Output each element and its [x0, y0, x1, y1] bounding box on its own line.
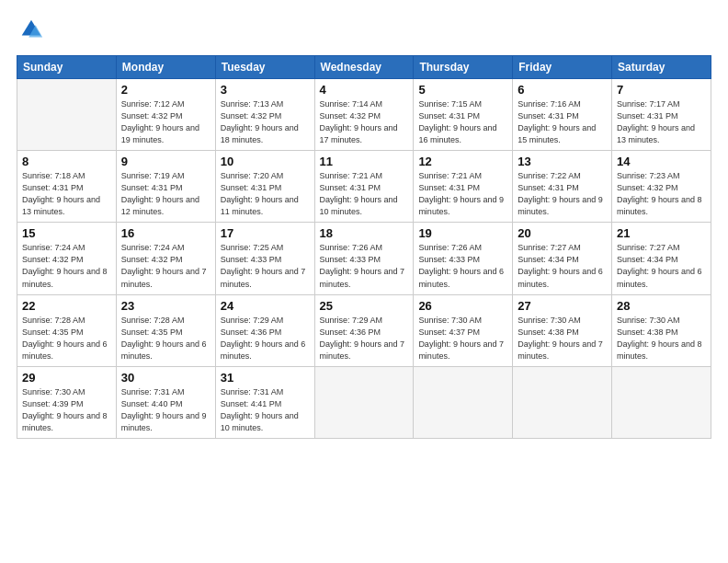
calendar-cell: 28 Sunrise: 7:30 AMSunset: 4:38 PMDaylig…	[612, 294, 711, 366]
calendar-cell: 12 Sunrise: 7:21 AMSunset: 4:31 PMDaylig…	[414, 151, 513, 223]
day-number: 28	[617, 299, 706, 313]
calendar-cell: 24 Sunrise: 7:29 AMSunset: 4:36 PMDaylig…	[215, 294, 314, 366]
day-number: 10	[221, 155, 310, 168]
day-info: Sunrise: 7:29 AMSunset: 4:36 PMDaylight:…	[221, 315, 310, 362]
weekday-header-row: SundayMondayTuesdayWednesdayThursdayFrid…	[17, 56, 711, 79]
day-info: Sunrise: 7:20 AMSunset: 4:31 PMDaylight:…	[221, 170, 310, 218]
weekday-header-friday: Friday	[513, 56, 612, 79]
calendar-cell: 23 Sunrise: 7:28 AMSunset: 4:35 PMDaylig…	[116, 294, 215, 366]
calendar-cell: 27 Sunrise: 7:30 AMSunset: 4:38 PMDaylig…	[513, 294, 612, 366]
day-number: 6	[518, 83, 607, 97]
day-info: Sunrise: 7:30 AMSunset: 4:38 PMDaylight:…	[518, 315, 607, 362]
day-number: 5	[418, 83, 507, 97]
day-info: Sunrise: 7:28 AMSunset: 4:35 PMDaylight:…	[22, 315, 111, 362]
day-info: Sunrise: 7:13 AMSunset: 4:32 PMDaylight:…	[221, 98, 310, 146]
day-number: 24	[221, 299, 310, 313]
calendar-cell: 4 Sunrise: 7:14 AMSunset: 4:32 PMDayligh…	[314, 79, 414, 151]
day-number: 19	[418, 226, 507, 240]
calendar-cell: 3 Sunrise: 7:13 AMSunset: 4:32 PMDayligh…	[215, 79, 314, 151]
day-info: Sunrise: 7:21 AMSunset: 4:31 PMDaylight:…	[418, 170, 507, 218]
weekday-header-thursday: Thursday	[414, 56, 513, 79]
calendar-cell-empty	[612, 366, 711, 438]
day-info: Sunrise: 7:30 AMSunset: 4:37 PMDaylight:…	[418, 315, 507, 362]
calendar-cell: 15 Sunrise: 7:24 AMSunset: 4:32 PMDaylig…	[17, 223, 117, 294]
day-number: 26	[418, 299, 507, 313]
day-number: 15	[22, 226, 111, 240]
calendar-cell: 29 Sunrise: 7:30 AMSunset: 4:39 PMDaylig…	[17, 366, 117, 438]
day-info: Sunrise: 7:24 AMSunset: 4:32 PMDaylight:…	[22, 242, 111, 290]
day-info: Sunrise: 7:23 AMSunset: 4:32 PMDaylight:…	[617, 170, 706, 218]
day-info: Sunrise: 7:12 AMSunset: 4:32 PMDaylight:…	[121, 98, 210, 146]
calendar-cell: 17 Sunrise: 7:25 AMSunset: 4:33 PMDaylig…	[215, 223, 314, 294]
day-number: 8	[22, 155, 111, 168]
weekday-header-saturday: Saturday	[612, 56, 711, 79]
day-number: 30	[121, 371, 210, 385]
calendar-cell: 5 Sunrise: 7:15 AMSunset: 4:31 PMDayligh…	[414, 79, 513, 151]
day-number: 7	[617, 83, 706, 97]
calendar-cell-empty	[17, 79, 117, 151]
calendar-cell-empty	[314, 366, 414, 438]
calendar-cell-empty	[414, 366, 513, 438]
calendar-cell: 18 Sunrise: 7:26 AMSunset: 4:33 PMDaylig…	[314, 223, 414, 294]
day-number: 2	[121, 83, 210, 97]
day-info: Sunrise: 7:16 AMSunset: 4:31 PMDaylight:…	[518, 98, 607, 146]
day-info: Sunrise: 7:17 AMSunset: 4:31 PMDaylight:…	[617, 98, 706, 146]
weekday-header-sunday: Sunday	[17, 56, 117, 79]
weekday-header-monday: Monday	[116, 56, 215, 79]
calendar-cell: 6 Sunrise: 7:16 AMSunset: 4:31 PMDayligh…	[513, 79, 612, 151]
day-number: 11	[320, 155, 409, 168]
day-info: Sunrise: 7:29 AMSunset: 4:36 PMDaylight:…	[320, 315, 409, 362]
calendar-cell: 13 Sunrise: 7:22 AMSunset: 4:31 PMDaylig…	[513, 151, 612, 223]
calendar-cell: 2 Sunrise: 7:12 AMSunset: 4:32 PMDayligh…	[116, 79, 215, 151]
day-number: 25	[320, 299, 409, 313]
logo	[17, 17, 44, 46]
day-number: 22	[22, 299, 111, 313]
header-row	[17, 17, 711, 46]
calendar-cell: 9 Sunrise: 7:19 AMSunset: 4:31 PMDayligh…	[116, 151, 215, 223]
calendar-cell: 7 Sunrise: 7:17 AMSunset: 4:31 PMDayligh…	[612, 79, 711, 151]
day-info: Sunrise: 7:28 AMSunset: 4:35 PMDaylight:…	[121, 315, 210, 362]
day-number: 12	[418, 155, 507, 168]
day-info: Sunrise: 7:24 AMSunset: 4:32 PMDaylight:…	[121, 242, 210, 290]
calendar-cell: 8 Sunrise: 7:18 AMSunset: 4:31 PMDayligh…	[17, 151, 117, 223]
calendar-table: SundayMondayTuesdayWednesdayThursdayFrid…	[17, 55, 711, 439]
calendar-week-row: 2 Sunrise: 7:12 AMSunset: 4:32 PMDayligh…	[17, 79, 711, 151]
day-info: Sunrise: 7:21 AMSunset: 4:31 PMDaylight:…	[320, 170, 409, 218]
day-number: 16	[121, 226, 210, 240]
day-number: 29	[22, 371, 111, 385]
day-number: 20	[518, 226, 607, 240]
day-number: 21	[617, 226, 706, 240]
day-info: Sunrise: 7:25 AMSunset: 4:33 PMDaylight:…	[221, 242, 310, 290]
day-number: 31	[221, 371, 310, 385]
day-number: 3	[221, 83, 310, 97]
calendar-cell: 20 Sunrise: 7:27 AMSunset: 4:34 PMDaylig…	[513, 223, 612, 294]
calendar-cell: 14 Sunrise: 7:23 AMSunset: 4:32 PMDaylig…	[612, 151, 711, 223]
day-info: Sunrise: 7:27 AMSunset: 4:34 PMDaylight:…	[518, 242, 607, 290]
calendar-cell: 26 Sunrise: 7:30 AMSunset: 4:37 PMDaylig…	[414, 294, 513, 366]
day-number: 4	[320, 83, 409, 97]
day-number: 17	[221, 226, 310, 240]
page: SundayMondayTuesdayWednesdayThursdayFrid…	[0, 0, 728, 563]
calendar-week-row: 22 Sunrise: 7:28 AMSunset: 4:35 PMDaylig…	[17, 294, 711, 366]
logo-icon	[18, 17, 44, 42]
calendar-cell: 19 Sunrise: 7:26 AMSunset: 4:33 PMDaylig…	[414, 223, 513, 294]
day-info: Sunrise: 7:27 AMSunset: 4:34 PMDaylight:…	[617, 242, 706, 290]
day-info: Sunrise: 7:15 AMSunset: 4:31 PMDaylight:…	[418, 98, 507, 146]
day-info: Sunrise: 7:22 AMSunset: 4:31 PMDaylight:…	[518, 170, 607, 218]
calendar-week-row: 8 Sunrise: 7:18 AMSunset: 4:31 PMDayligh…	[17, 151, 711, 223]
calendar-cell: 22 Sunrise: 7:28 AMSunset: 4:35 PMDaylig…	[17, 294, 117, 366]
day-info: Sunrise: 7:31 AMSunset: 4:40 PMDaylight:…	[121, 386, 210, 434]
calendar-cell: 31 Sunrise: 7:31 AMSunset: 4:41 PMDaylig…	[215, 366, 314, 438]
day-number: 14	[617, 155, 706, 168]
day-info: Sunrise: 7:30 AMSunset: 4:39 PMDaylight:…	[22, 386, 111, 434]
day-number: 9	[121, 155, 210, 168]
calendar-cell-empty	[513, 366, 612, 438]
calendar-week-row: 15 Sunrise: 7:24 AMSunset: 4:32 PMDaylig…	[17, 223, 711, 294]
calendar-cell: 16 Sunrise: 7:24 AMSunset: 4:32 PMDaylig…	[116, 223, 215, 294]
day-info: Sunrise: 7:26 AMSunset: 4:33 PMDaylight:…	[320, 242, 409, 290]
day-number: 18	[320, 226, 409, 240]
day-info: Sunrise: 7:18 AMSunset: 4:31 PMDaylight:…	[22, 170, 111, 218]
day-info: Sunrise: 7:30 AMSunset: 4:38 PMDaylight:…	[617, 315, 706, 362]
calendar-cell: 10 Sunrise: 7:20 AMSunset: 4:31 PMDaylig…	[215, 151, 314, 223]
day-info: Sunrise: 7:31 AMSunset: 4:41 PMDaylight:…	[221, 386, 310, 434]
